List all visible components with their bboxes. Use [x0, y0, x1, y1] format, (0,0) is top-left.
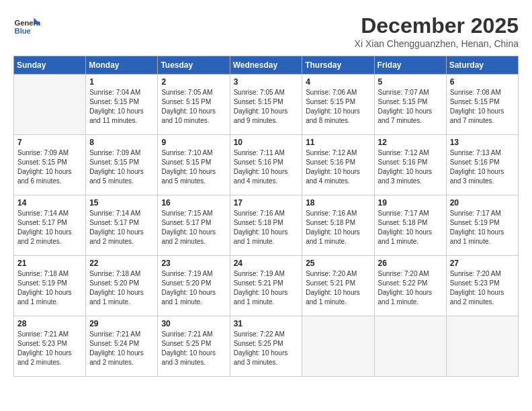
calendar-cell: 3Sunrise: 7:05 AMSunset: 5:15 PMDaylight…: [230, 75, 302, 135]
col-header-saturday: Saturday: [446, 56, 518, 75]
day-info: Sunrise: 7:04 AMSunset: 5:15 PMDaylight:…: [89, 88, 154, 126]
day-number: 17: [234, 198, 299, 208]
calendar-cell: [14, 75, 86, 135]
day-number: 24: [234, 259, 299, 268]
day-number: 23: [161, 259, 226, 268]
day-info: Sunrise: 7:20 AMSunset: 5:21 PMDaylight:…: [306, 269, 370, 307]
location: Xi Xian Chengguanzhen, Henan, China: [355, 38, 519, 49]
calendar-cell: 14Sunrise: 7:14 AMSunset: 5:17 PMDayligh…: [14, 195, 86, 256]
day-info: Sunrise: 7:20 AMSunset: 5:23 PMDaylight:…: [450, 269, 515, 307]
calendar-cell: 23Sunrise: 7:19 AMSunset: 5:20 PMDayligh…: [158, 256, 230, 316]
calendar-cell: 27Sunrise: 7:20 AMSunset: 5:23 PMDayligh…: [446, 256, 518, 316]
day-info: Sunrise: 7:12 AMSunset: 5:16 PMDaylight:…: [306, 148, 370, 186]
day-info: Sunrise: 7:06 AMSunset: 5:15 PMDaylight:…: [306, 88, 370, 126]
col-header-sunday: Sunday: [14, 56, 86, 75]
calendar-cell: 28Sunrise: 7:21 AMSunset: 5:23 PMDayligh…: [14, 316, 86, 377]
day-number: 19: [378, 198, 443, 208]
col-header-wednesday: Wednesday: [230, 56, 302, 75]
week-row-4: 21Sunrise: 7:18 AMSunset: 5:19 PMDayligh…: [14, 256, 519, 316]
calendar-cell: 24Sunrise: 7:19 AMSunset: 5:21 PMDayligh…: [230, 256, 302, 316]
day-info: Sunrise: 7:21 AMSunset: 5:24 PMDaylight:…: [89, 330, 154, 367]
week-row-5: 28Sunrise: 7:21 AMSunset: 5:23 PMDayligh…: [14, 316, 519, 377]
day-info: Sunrise: 7:17 AMSunset: 5:18 PMDaylight:…: [378, 209, 443, 246]
day-info: Sunrise: 7:18 AMSunset: 5:19 PMDaylight:…: [17, 269, 82, 307]
day-number: 12: [378, 138, 443, 147]
calendar-cell: 9Sunrise: 7:10 AMSunset: 5:15 PMDaylight…: [158, 135, 230, 195]
day-info: Sunrise: 7:21 AMSunset: 5:25 PMDaylight:…: [161, 330, 226, 367]
day-info: Sunrise: 7:05 AMSunset: 5:15 PMDaylight:…: [234, 88, 299, 126]
day-number: 5: [378, 77, 443, 87]
day-info: Sunrise: 7:20 AMSunset: 5:22 PMDaylight:…: [378, 269, 443, 307]
calendar-cell: 21Sunrise: 7:18 AMSunset: 5:19 PMDayligh…: [14, 256, 86, 316]
day-number: 6: [450, 77, 515, 87]
day-info: Sunrise: 7:15 AMSunset: 5:17 PMDaylight:…: [161, 209, 226, 246]
day-info: Sunrise: 7:16 AMSunset: 5:18 PMDaylight:…: [306, 209, 370, 246]
calendar-cell: 2Sunrise: 7:05 AMSunset: 5:15 PMDaylight…: [158, 75, 230, 135]
day-info: Sunrise: 7:08 AMSunset: 5:15 PMDaylight:…: [450, 88, 515, 126]
day-info: Sunrise: 7:19 AMSunset: 5:20 PMDaylight:…: [161, 269, 226, 307]
day-info: Sunrise: 7:09 AMSunset: 5:15 PMDaylight:…: [17, 148, 82, 186]
day-info: Sunrise: 7:16 AMSunset: 5:18 PMDaylight:…: [234, 209, 299, 246]
day-of-week-header: SundayMondayTuesdayWednesdayThursdayFrid…: [14, 56, 519, 75]
calendar-cell: [446, 316, 518, 377]
calendar-cell: 1Sunrise: 7:04 AMSunset: 5:15 PMDaylight…: [86, 75, 158, 135]
calendar-cell: 29Sunrise: 7:21 AMSunset: 5:24 PMDayligh…: [86, 316, 158, 377]
day-number: 20: [450, 198, 515, 208]
day-number: 30: [161, 319, 226, 328]
calendar-cell: 30Sunrise: 7:21 AMSunset: 5:25 PMDayligh…: [158, 316, 230, 377]
day-number: 11: [306, 138, 370, 147]
day-number: 13: [450, 138, 515, 147]
day-info: Sunrise: 7:09 AMSunset: 5:15 PMDaylight:…: [89, 148, 154, 186]
calendar-cell: 5Sunrise: 7:07 AMSunset: 5:15 PMDaylight…: [374, 75, 446, 135]
day-number: 14: [17, 198, 82, 208]
calendar-cell: 22Sunrise: 7:18 AMSunset: 5:20 PMDayligh…: [86, 256, 158, 316]
week-row-3: 14Sunrise: 7:14 AMSunset: 5:17 PMDayligh…: [14, 195, 519, 256]
calendar-cell: 20Sunrise: 7:17 AMSunset: 5:19 PMDayligh…: [446, 195, 518, 256]
calendar: SundayMondayTuesdayWednesdayThursdayFrid…: [13, 56, 519, 377]
day-number: 15: [89, 198, 154, 208]
day-number: 22: [89, 259, 154, 268]
day-number: 25: [306, 259, 370, 268]
day-number: 3: [234, 77, 299, 87]
day-info: Sunrise: 7:14 AMSunset: 5:17 PMDaylight:…: [89, 209, 154, 246]
day-info: Sunrise: 7:12 AMSunset: 5:16 PMDaylight:…: [378, 148, 443, 186]
calendar-cell: 10Sunrise: 7:11 AMSunset: 5:16 PMDayligh…: [230, 135, 302, 195]
col-header-friday: Friday: [374, 56, 446, 75]
title-block: December 2025 Xi Xian Chengguanzhen, Hen…: [355, 13, 519, 49]
calendar-body: 1Sunrise: 7:04 AMSunset: 5:15 PMDaylight…: [14, 75, 519, 377]
logo-icon: General Blue: [13, 13, 40, 40]
day-info: Sunrise: 7:18 AMSunset: 5:20 PMDaylight:…: [89, 269, 154, 307]
day-number: 8: [89, 138, 154, 147]
calendar-cell: 25Sunrise: 7:20 AMSunset: 5:21 PMDayligh…: [302, 256, 374, 316]
calendar-cell: 18Sunrise: 7:16 AMSunset: 5:18 PMDayligh…: [302, 195, 374, 256]
calendar-cell: 7Sunrise: 7:09 AMSunset: 5:15 PMDaylight…: [14, 135, 86, 195]
calendar-cell: 13Sunrise: 7:13 AMSunset: 5:16 PMDayligh…: [446, 135, 518, 195]
calendar-cell: 19Sunrise: 7:17 AMSunset: 5:18 PMDayligh…: [374, 195, 446, 256]
day-info: Sunrise: 7:11 AMSunset: 5:16 PMDaylight:…: [234, 148, 299, 186]
week-row-1: 1Sunrise: 7:04 AMSunset: 5:15 PMDaylight…: [14, 75, 519, 135]
day-number: 2: [161, 77, 226, 87]
page-header: General Blue General Blue December 2025 …: [13, 13, 519, 49]
day-number: 27: [450, 259, 515, 268]
day-info: Sunrise: 7:13 AMSunset: 5:16 PMDaylight:…: [450, 148, 515, 186]
logo: General Blue General Blue: [13, 13, 44, 40]
day-info: Sunrise: 7:10 AMSunset: 5:15 PMDaylight:…: [161, 148, 226, 186]
day-number: 7: [17, 138, 82, 147]
calendar-cell: 15Sunrise: 7:14 AMSunset: 5:17 PMDayligh…: [86, 195, 158, 256]
day-info: Sunrise: 7:05 AMSunset: 5:15 PMDaylight:…: [161, 88, 226, 126]
calendar-cell: [374, 316, 446, 377]
day-info: Sunrise: 7:14 AMSunset: 5:17 PMDaylight:…: [17, 209, 82, 246]
day-number: 1: [89, 77, 154, 87]
day-number: 28: [17, 319, 82, 328]
col-header-monday: Monday: [86, 56, 158, 75]
day-number: 31: [234, 319, 299, 328]
month-title: December 2025: [355, 13, 519, 38]
day-info: Sunrise: 7:21 AMSunset: 5:23 PMDaylight:…: [17, 330, 82, 367]
calendar-cell: 8Sunrise: 7:09 AMSunset: 5:15 PMDaylight…: [86, 135, 158, 195]
day-number: 21: [17, 259, 82, 268]
day-number: 18: [306, 198, 370, 208]
calendar-cell: [302, 316, 374, 377]
day-number: 26: [378, 259, 443, 268]
calendar-cell: 12Sunrise: 7:12 AMSunset: 5:16 PMDayligh…: [374, 135, 446, 195]
day-info: Sunrise: 7:07 AMSunset: 5:15 PMDaylight:…: [378, 88, 443, 126]
